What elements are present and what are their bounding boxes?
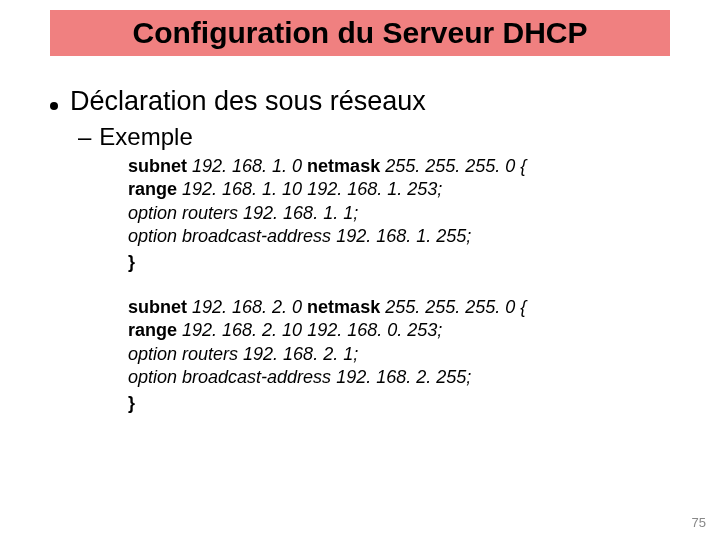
code-line: range 192. 168. 2. 10 192. 168. 0. 253; — [128, 319, 670, 342]
code-block-2: subnet 192. 168. 2. 0 netmask 255. 255. … — [128, 296, 670, 415]
slide-content: Déclaration des sous réseaux – Exemple s… — [0, 56, 720, 415]
slide-title-bar: Configuration du Serveur DHCP — [50, 10, 670, 56]
code-line: subnet 192. 168. 2. 0 netmask 255. 255. … — [128, 296, 670, 319]
bullet-text: Déclaration des sous réseaux — [70, 86, 426, 117]
code-line: } — [128, 392, 670, 415]
code-line: subnet 192. 168. 1. 0 netmask 255. 255. … — [128, 155, 670, 178]
sub-bullet-item: – Exemple — [78, 123, 670, 151]
code-line: option routers 192. 168. 1. 1; — [128, 202, 670, 225]
slide-title: Configuration du Serveur DHCP — [132, 16, 587, 49]
code-line: option broadcast-address 192. 168. 1. 25… — [128, 225, 670, 248]
code-line: range 192. 168. 1. 10 192. 168. 1. 253; — [128, 178, 670, 201]
bullet-item: Déclaration des sous réseaux — [50, 86, 670, 117]
bullet-dot-icon — [50, 102, 58, 110]
code-line: } — [128, 251, 670, 274]
code-line: option routers 192. 168. 2. 1; — [128, 343, 670, 366]
sub-bullet-text: Exemple — [99, 123, 192, 151]
dash-icon: – — [78, 123, 91, 151]
page-number: 75 — [692, 515, 706, 530]
code-block-1: subnet 192. 168. 1. 0 netmask 255. 255. … — [128, 155, 670, 274]
code-line: option broadcast-address 192. 168. 2. 25… — [128, 366, 670, 389]
